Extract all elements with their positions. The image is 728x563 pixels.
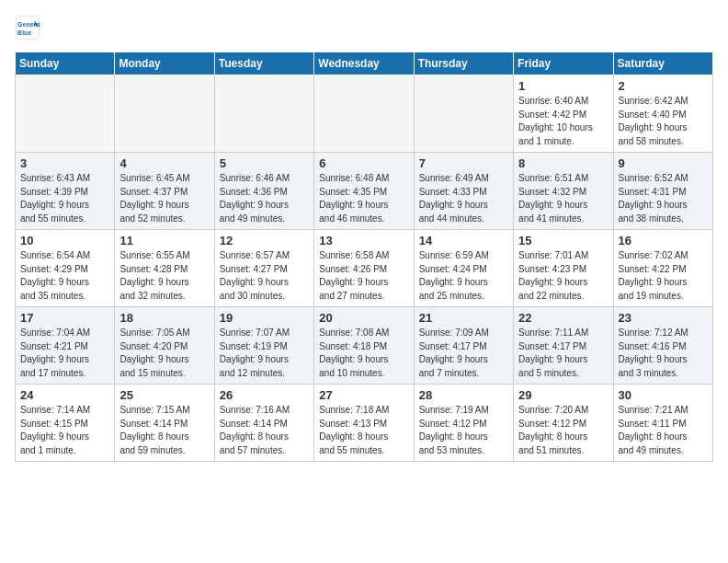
day-info: Sunrise: 6:51 AM Sunset: 4:32 PM Dayligh… <box>518 172 608 225</box>
week-row-1: 1Sunrise: 6:40 AM Sunset: 4:42 PM Daylig… <box>16 75 713 153</box>
day-cell <box>16 75 115 153</box>
day-info: Sunrise: 7:09 AM Sunset: 4:17 PM Dayligh… <box>419 327 508 380</box>
day-cell: 24Sunrise: 7:14 AM Sunset: 4:15 PM Dayli… <box>16 385 115 462</box>
day-number: 11 <box>119 234 209 247</box>
day-number: 13 <box>319 234 408 247</box>
day-number: 12 <box>220 234 309 247</box>
day-info: Sunrise: 6:49 AM Sunset: 4:33 PM Dayligh… <box>419 172 508 225</box>
day-info: Sunrise: 7:19 AM Sunset: 4:12 PM Dayligh… <box>419 404 508 457</box>
day-info: Sunrise: 7:01 AM Sunset: 4:23 PM Dayligh… <box>518 249 608 303</box>
day-number: 14 <box>419 234 508 247</box>
day-number: 18 <box>119 311 209 325</box>
day-cell <box>314 75 414 153</box>
page-header: General Blue <box>15 15 713 40</box>
day-cell: 21Sunrise: 7:09 AM Sunset: 4:17 PM Dayli… <box>414 307 513 385</box>
day-number: 26 <box>220 388 309 402</box>
day-number: 5 <box>220 156 309 170</box>
week-row-4: 17Sunrise: 7:04 AM Sunset: 4:21 PM Dayli… <box>16 307 713 385</box>
day-cell: 12Sunrise: 6:57 AM Sunset: 4:27 PM Dayli… <box>214 230 313 307</box>
header-wednesday: Wednesday <box>314 52 414 75</box>
day-cell: 30Sunrise: 7:21 AM Sunset: 4:11 PM Dayli… <box>613 385 712 462</box>
day-cell: 14Sunrise: 6:59 AM Sunset: 4:24 PM Dayli… <box>414 230 513 307</box>
day-info: Sunrise: 6:40 AM Sunset: 4:42 PM Dayligh… <box>518 95 608 148</box>
day-cell: 1Sunrise: 6:40 AM Sunset: 4:42 PM Daylig… <box>514 75 613 153</box>
day-info: Sunrise: 6:46 AM Sunset: 4:36 PM Dayligh… <box>220 172 309 225</box>
day-cell: 11Sunrise: 6:55 AM Sunset: 4:28 PM Dayli… <box>115 230 214 307</box>
day-cell: 4Sunrise: 6:45 AM Sunset: 4:37 PM Daylig… <box>115 153 214 230</box>
day-cell: 7Sunrise: 6:49 AM Sunset: 4:33 PM Daylig… <box>414 153 513 230</box>
day-info: Sunrise: 7:04 AM Sunset: 4:21 PM Dayligh… <box>20 327 109 380</box>
day-number: 2 <box>619 79 708 93</box>
header-tuesday: Tuesday <box>214 52 313 75</box>
day-cell: 17Sunrise: 7:04 AM Sunset: 4:21 PM Dayli… <box>16 307 115 385</box>
day-cell: 27Sunrise: 7:18 AM Sunset: 4:13 PM Dayli… <box>314 385 414 462</box>
day-cell: 2Sunrise: 6:42 AM Sunset: 4:40 PM Daylig… <box>613 75 712 153</box>
week-row-3: 10Sunrise: 6:54 AM Sunset: 4:29 PM Dayli… <box>16 230 713 307</box>
day-number: 22 <box>518 311 608 325</box>
day-number: 27 <box>319 388 408 402</box>
day-info: Sunrise: 6:58 AM Sunset: 4:26 PM Dayligh… <box>319 249 408 303</box>
day-cell <box>414 75 513 153</box>
day-info: Sunrise: 7:18 AM Sunset: 4:13 PM Dayligh… <box>319 404 408 457</box>
day-cell: 10Sunrise: 6:54 AM Sunset: 4:29 PM Dayli… <box>16 230 115 307</box>
day-number: 17 <box>20 311 109 325</box>
day-info: Sunrise: 6:57 AM Sunset: 4:27 PM Dayligh… <box>220 249 309 303</box>
week-row-5: 24Sunrise: 7:14 AM Sunset: 4:15 PM Dayli… <box>16 385 713 462</box>
day-number: 21 <box>419 311 508 325</box>
day-number: 20 <box>319 311 408 325</box>
day-cell: 28Sunrise: 7:19 AM Sunset: 4:12 PM Dayli… <box>414 385 513 462</box>
day-info: Sunrise: 6:55 AM Sunset: 4:28 PM Dayligh… <box>119 249 209 303</box>
svg-text:Blue: Blue <box>17 29 31 36</box>
day-cell: 6Sunrise: 6:48 AM Sunset: 4:35 PM Daylig… <box>314 153 414 230</box>
day-info: Sunrise: 6:42 AM Sunset: 4:40 PM Dayligh… <box>619 95 708 148</box>
day-info: Sunrise: 7:11 AM Sunset: 4:17 PM Dayligh… <box>518 327 608 380</box>
day-cell: 18Sunrise: 7:05 AM Sunset: 4:20 PM Dayli… <box>115 307 214 385</box>
logo-icon: General Blue <box>15 15 40 40</box>
day-info: Sunrise: 7:16 AM Sunset: 4:14 PM Dayligh… <box>220 404 309 457</box>
day-info: Sunrise: 7:07 AM Sunset: 4:19 PM Dayligh… <box>220 327 309 380</box>
week-row-2: 3Sunrise: 6:43 AM Sunset: 4:39 PM Daylig… <box>16 153 713 230</box>
day-cell: 16Sunrise: 7:02 AM Sunset: 4:22 PM Dayli… <box>613 230 712 307</box>
day-cell: 9Sunrise: 6:52 AM Sunset: 4:31 PM Daylig… <box>613 153 712 230</box>
day-number: 24 <box>20 388 109 402</box>
day-cell: 8Sunrise: 6:51 AM Sunset: 4:32 PM Daylig… <box>514 153 613 230</box>
header-saturday: Saturday <box>613 52 712 75</box>
day-cell <box>115 75 214 153</box>
day-info: Sunrise: 6:48 AM Sunset: 4:35 PM Dayligh… <box>319 172 408 225</box>
day-number: 3 <box>20 156 109 170</box>
day-info: Sunrise: 6:45 AM Sunset: 4:37 PM Dayligh… <box>119 172 209 225</box>
day-info: Sunrise: 7:08 AM Sunset: 4:18 PM Dayligh… <box>319 327 408 380</box>
header-friday: Friday <box>514 52 613 75</box>
day-number: 6 <box>319 156 408 170</box>
day-number: 19 <box>220 311 309 325</box>
day-number: 7 <box>419 156 508 170</box>
day-info: Sunrise: 7:15 AM Sunset: 4:14 PM Dayligh… <box>119 404 209 457</box>
day-number: 9 <box>619 156 708 170</box>
logo: General Blue <box>15 15 44 40</box>
calendar-table: SundayMondayTuesdayWednesdayThursdayFrid… <box>15 52 713 462</box>
day-cell: 22Sunrise: 7:11 AM Sunset: 4:17 PM Dayli… <box>514 307 613 385</box>
day-info: Sunrise: 7:20 AM Sunset: 4:12 PM Dayligh… <box>518 404 608 457</box>
day-cell: 20Sunrise: 7:08 AM Sunset: 4:18 PM Dayli… <box>314 307 414 385</box>
day-cell: 19Sunrise: 7:07 AM Sunset: 4:19 PM Dayli… <box>214 307 313 385</box>
day-number: 10 <box>20 234 109 247</box>
day-info: Sunrise: 7:21 AM Sunset: 4:11 PM Dayligh… <box>619 404 708 457</box>
day-info: Sunrise: 7:05 AM Sunset: 4:20 PM Dayligh… <box>119 327 209 380</box>
day-cell: 15Sunrise: 7:01 AM Sunset: 4:23 PM Dayli… <box>514 230 613 307</box>
day-number: 15 <box>518 234 608 247</box>
day-number: 1 <box>518 79 608 93</box>
day-info: Sunrise: 7:02 AM Sunset: 4:22 PM Dayligh… <box>619 249 708 303</box>
day-cell: 3Sunrise: 6:43 AM Sunset: 4:39 PM Daylig… <box>16 153 115 230</box>
day-cell <box>214 75 313 153</box>
day-cell: 13Sunrise: 6:58 AM Sunset: 4:26 PM Dayli… <box>314 230 414 307</box>
header-row: SundayMondayTuesdayWednesdayThursdayFrid… <box>16 52 713 75</box>
header-monday: Monday <box>115 52 214 75</box>
day-number: 4 <box>119 156 209 170</box>
day-number: 23 <box>619 311 708 325</box>
day-number: 28 <box>419 388 508 402</box>
day-info: Sunrise: 6:52 AM Sunset: 4:31 PM Dayligh… <box>619 172 708 225</box>
day-number: 16 <box>619 234 708 247</box>
day-number: 30 <box>619 388 708 402</box>
day-number: 25 <box>119 388 209 402</box>
day-number: 29 <box>518 388 608 402</box>
